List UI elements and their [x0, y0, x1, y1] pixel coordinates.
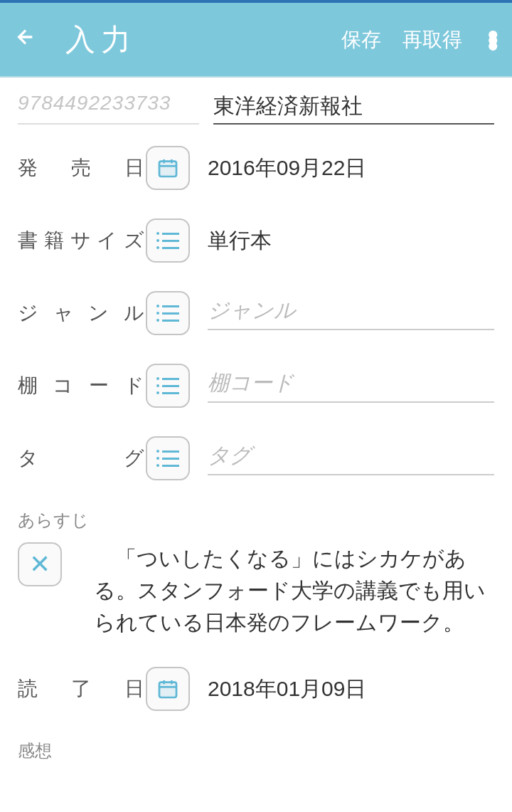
release-date-picker-button[interactable]: [146, 146, 190, 190]
publisher-field[interactable]: 東洋経済新報社: [213, 92, 494, 125]
list-icon: [156, 305, 179, 322]
calendar-icon: [156, 157, 179, 179]
menu-overflow-icon[interactable]: ●●●: [487, 31, 498, 48]
app-bar: 入力 保存 再取得 ●●●: [0, 3, 512, 78]
page-title: 入力: [65, 20, 320, 60]
genre-list-button[interactable]: [146, 291, 190, 335]
isbn-field[interactable]: 9784492233733: [18, 92, 199, 125]
book-size-list-button[interactable]: [146, 218, 190, 263]
genre-input[interactable]: ジャンル: [208, 296, 494, 330]
release-date-value: 2016年09月22日: [208, 154, 494, 183]
finish-date-value: 2018年01月09日: [208, 675, 494, 704]
svg-rect-0: [159, 162, 176, 176]
tag-input[interactable]: タグ: [208, 441, 494, 475]
list-icon: [156, 450, 179, 467]
shelf-code-label: 棚コード: [18, 372, 146, 399]
shelf-code-input[interactable]: 棚コード: [208, 369, 494, 403]
tag-label: タグ: [18, 445, 146, 472]
reload-button[interactable]: 再取得: [402, 26, 462, 53]
save-button[interactable]: 保存: [341, 26, 381, 53]
shelf-code-list-button[interactable]: [146, 364, 190, 408]
list-icon: [156, 377, 179, 394]
genre-label: ジャンル: [18, 300, 146, 327]
calendar-icon: [156, 677, 179, 700]
release-date-label: 発売日: [18, 154, 146, 181]
book-size-value: 単行本: [208, 226, 494, 255]
review-section-label: 感想: [18, 739, 494, 762]
synopsis-text[interactable]: 「ついしたくなる」にはシカケがある。スタンフォード大学の講義でも用いられている日…: [94, 542, 494, 638]
svg-rect-5: [159, 682, 176, 697]
finish-date-picker-button[interactable]: [146, 667, 190, 711]
synopsis-section-label: あらすじ: [18, 509, 494, 532]
finish-date-label: 読了日: [18, 675, 146, 702]
clear-synopsis-button[interactable]: ✕: [18, 542, 62, 586]
book-size-label: 書籍サイズ: [18, 227, 146, 254]
list-icon: [156, 232, 179, 249]
back-button[interactable]: [14, 25, 37, 55]
close-icon: ✕: [29, 549, 50, 579]
tag-list-button[interactable]: [146, 436, 190, 480]
